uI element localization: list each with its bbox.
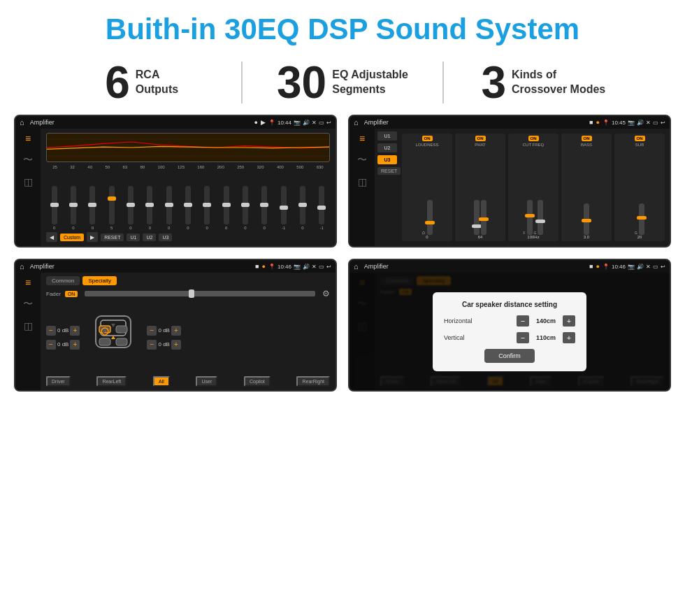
dlg-dot-1: ■ — [589, 263, 593, 270]
eq-sidebar: ≡ 〜 ◫ — [15, 129, 41, 246]
dialog-horizontal-plus[interactable]: + — [563, 315, 575, 327]
xo-reset-button[interactable]: RESET — [377, 167, 401, 175]
eq-slider-7[interactable]: 0 — [166, 186, 172, 230]
spk-copilot-button[interactable]: Copilot — [244, 376, 271, 387]
xo-bass-on[interactable]: ON — [582, 136, 592, 141]
spk-fr-db: − 0 dB + — [147, 326, 180, 336]
dialog-confirm-button[interactable]: Confirm — [484, 349, 535, 363]
eq-u1-button[interactable]: U1 — [127, 234, 140, 241]
xo-main-area: U1 U2 U3 RESET ON LOUDNESS G — [375, 129, 670, 246]
eq-app-name: Amplifier — [30, 119, 252, 126]
xo-cutfreq-val: 100Hz — [527, 235, 539, 239]
spk-driver-button[interactable]: Driver — [46, 376, 71, 387]
spk-settings-icon[interactable]: ⚙ — [322, 289, 330, 299]
stat-eq-number: 30 — [277, 60, 326, 105]
stat-rca: 6 RCAOutputs — [42, 60, 241, 105]
spk-app-name: Amplifier — [30, 263, 252, 270]
car-diagram — [85, 302, 141, 358]
spk-user-button[interactable]: User — [196, 376, 217, 387]
xo-phat-on[interactable]: ON — [475, 136, 486, 141]
crossover-screen: ⌂ Amplifier ■ ● 📍 10:45 📷 🔊 ✕ ▭ ↩ ≡ 〜 ◫ — [348, 115, 671, 248]
eq-sidebar-speaker-icon[interactable]: ◫ — [24, 176, 33, 187]
eq-slider-11[interactable]: 0 — [243, 186, 248, 230]
spk-fr-plus[interactable]: + — [171, 326, 181, 336]
xo-loudness-on[interactable]: ON — [422, 136, 433, 141]
xo-sub-slider[interactable] — [639, 203, 644, 235]
eq-slider-8[interactable]: 0 — [185, 186, 191, 230]
eq-prev-button[interactable]: ◀ — [46, 232, 57, 242]
eq-slider-10[interactable]: 0 — [224, 186, 229, 230]
dialog-vertical-ctrl: − 110cm + — [517, 332, 575, 343]
spk-rr-plus[interactable]: + — [171, 340, 181, 350]
eq-slider-14[interactable]: 0 — [300, 186, 305, 230]
spk-rearleft-button[interactable]: RearLeft — [96, 376, 127, 387]
xo-cutfreq-on[interactable]: ON — [528, 136, 539, 141]
xo-preset-u3[interactable]: U3 — [377, 155, 397, 164]
spk-rl-minus[interactable]: − — [46, 340, 56, 350]
spk-time: 10:46 — [277, 264, 291, 270]
eq-u3-button[interactable]: U3 — [159, 234, 172, 241]
xo-bass-slider[interactable] — [584, 203, 589, 235]
spk-rr-minus[interactable]: − — [147, 340, 157, 350]
eq-slider-5[interactable]: 0 — [128, 186, 134, 230]
eq-slider-9[interactable]: 0 — [204, 186, 210, 230]
eq-next-button[interactable]: ▶ — [87, 232, 98, 242]
xo-location-icon: 📍 — [603, 120, 610, 126]
xo-phat-slider-f[interactable] — [481, 200, 486, 235]
eq-slider-4[interactable]: 5 — [109, 186, 115, 230]
eq-slider-3[interactable]: 0 — [89, 186, 95, 230]
xo-sidebar-wave-icon[interactable]: 〜 — [357, 154, 367, 166]
dialog-vertical-minus[interactable]: − — [517, 332, 529, 343]
xo-loudness-slider[interactable] — [427, 200, 433, 235]
spk-fr-minus[interactable]: − — [147, 326, 157, 336]
svg-marker-12 — [111, 324, 115, 327]
stat-crossover-number: 3 — [481, 60, 506, 105]
dialog-title: Car speaker distance setting — [444, 301, 575, 308]
spk-location-icon: 📍 — [268, 264, 275, 270]
eq-slider-1[interactable]: 0 — [52, 186, 57, 230]
spk-fl-minus[interactable]: − — [46, 326, 56, 336]
spk-sidebar-speaker-icon[interactable]: ◫ — [24, 320, 33, 331]
spk-fl-plus[interactable]: + — [70, 326, 80, 336]
eq-slider-12[interactable]: 0 — [261, 186, 267, 230]
xo-loudness-col: ON LOUDNESS G 0 — [402, 134, 452, 241]
spk-all-button[interactable]: All — [153, 376, 170, 387]
eq-time: 10:44 — [277, 120, 291, 126]
eq-slider-6[interactable]: 0 — [147, 186, 152, 230]
xo-preset-u1[interactable]: U1 — [377, 131, 397, 141]
eq-custom-button[interactable]: Custom — [60, 234, 84, 241]
xo-sub-label: SUB — [635, 143, 644, 147]
spk-rr-db: − 0 dB + — [147, 340, 180, 350]
eq-slider-13[interactable]: -1 — [281, 186, 287, 230]
spk-rearright-button[interactable]: RearRight — [296, 376, 330, 387]
dlg-battery-icon: ▭ — [653, 264, 658, 270]
xo-sidebar-speaker-icon[interactable]: ◫ — [358, 176, 367, 187]
eq-battery-icon: ▭ — [319, 120, 324, 126]
eq-volume-icon: 🔊 — [303, 120, 310, 126]
spk-rl-db: − 0 dB + — [46, 340, 80, 350]
eq-slider-15[interactable]: -1 — [319, 186, 324, 230]
eq-u2-button[interactable]: U2 — [143, 234, 156, 241]
spk-sidebar-wave-icon[interactable]: 〜 — [23, 298, 33, 310]
stat-crossover: 3 Kinds ofCrossover Modes — [444, 60, 643, 105]
eq-screen: ⌂ Amplifier ● ▶ 📍 10:44 📷 🔊 ✕ ▭ ↩ ≡ 〜 ◫ — [14, 115, 337, 248]
spk-rl-plus[interactable]: + — [70, 340, 80, 350]
eq-main-area: 2532405063 80100125160200 25032040050063… — [41, 129, 336, 246]
dialog-vertical-plus[interactable]: + — [563, 332, 575, 343]
eq-reset-button[interactable]: RESET — [101, 234, 124, 241]
xo-cutfreq-slider-f[interactable] — [527, 200, 533, 235]
eq-slider-2[interactable]: 0 — [71, 186, 76, 230]
xo-preset-u2[interactable]: U2 — [377, 143, 397, 152]
spk-fader-on-toggle[interactable]: ON — [65, 291, 78, 297]
xo-sub-on[interactable]: ON — [635, 136, 645, 141]
eq-sidebar-wave-icon[interactable]: 〜 — [23, 154, 33, 166]
spk-tab-specialty[interactable]: Specialty — [82, 276, 116, 285]
xo-x-icon: ✕ — [646, 120, 651, 126]
xo-sidebar-eq-icon[interactable]: ≡ — [359, 133, 365, 144]
eq-sidebar-eq-icon[interactable]: ≡ — [25, 133, 31, 144]
xo-cutfreq-slider-g[interactable] — [538, 200, 543, 235]
page-header: Buith-in 30EQ DSP Sound System — [0, 0, 685, 53]
spk-sidebar-eq-icon[interactable]: ≡ — [25, 277, 31, 288]
dialog-horizontal-minus[interactable]: − — [517, 315, 529, 327]
spk-tab-common[interactable]: Common — [46, 276, 80, 285]
